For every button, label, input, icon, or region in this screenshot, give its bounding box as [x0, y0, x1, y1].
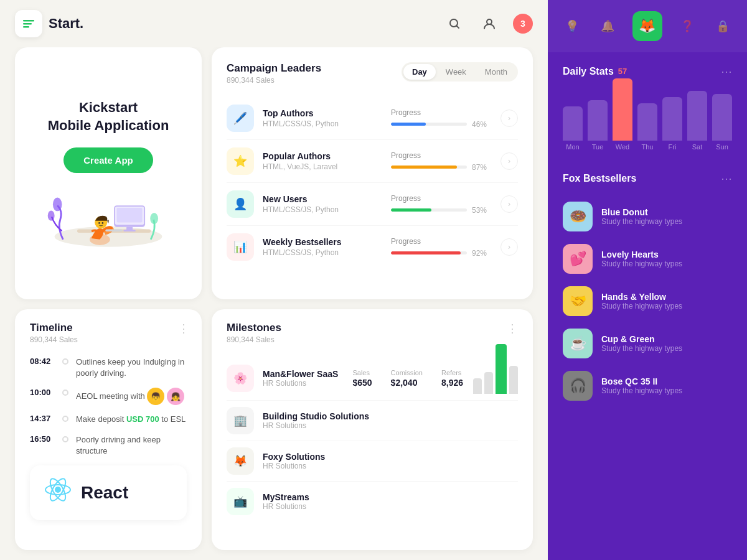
daily-stats-chart: Mon Tue 57 Wed Thu Fri — [563, 88, 732, 151]
bestseller-hands-yellow[interactable]: 🤝 Hands & Yellow Study the highway types — [563, 280, 732, 322]
foxy-avatar: 🦊 — [227, 447, 254, 475]
popular-authors-chevron[interactable]: › — [500, 152, 518, 170]
svg-rect-15 — [124, 230, 136, 231]
campaign-row-new-users: 👤 New Users HTML/CSS/JS, Python Progress… — [227, 183, 518, 226]
daily-stats-more[interactable]: ⋯ — [721, 65, 732, 78]
bestseller-cup-green[interactable]: ☕ Cup & Green Study the highway types — [563, 322, 732, 365]
top-authors-progress: Progress 46% — [391, 108, 491, 129]
bestseller-bose[interactable]: 🎧 Bose QC 35 II Study the highway types — [563, 365, 732, 407]
milestones-header: Milestones 890,344 Sales ⋮ — [227, 322, 518, 344]
campaign-row-popular-authors: ⭐ Popular Authors HTML, VueJS, Laravel P… — [227, 140, 518, 183]
tab-month[interactable]: Month — [476, 64, 516, 80]
chart-bar-sun: Sun — [712, 91, 732, 151]
logo-icon — [15, 10, 42, 37]
new-users-chevron[interactable]: › — [500, 195, 518, 213]
lovely-hearts-info: Lovely Hearts Study the highway types — [601, 250, 732, 268]
milestones-card: Milestones 890,344 Sales ⋮ 🌸 Man&Flower … — [212, 309, 533, 550]
daily-stats-peak: 57 — [618, 67, 627, 76]
bose-img: 🎧 — [563, 371, 593, 401]
main-area: Start. 3 Kickstart Mob — [0, 0, 548, 560]
popular-authors-info: Popular Authors HTML, VueJS, Laravel — [263, 151, 391, 171]
milestones-more[interactable]: ⋮ — [507, 322, 518, 335]
react-icon — [42, 474, 73, 511]
manflower-stats: Sales $650 Comission $2,040 Refers 8,926 — [352, 369, 463, 388]
chart-bar-sat: Sat — [687, 88, 707, 151]
svg-rect-13 — [117, 208, 143, 223]
create-app-button[interactable]: Create App — [63, 147, 153, 173]
top-authors-chevron[interactable]: › — [500, 110, 518, 127]
chart-bar-fri: Fri — [662, 95, 682, 151]
bose-info: Bose QC 35 II Study the highway types — [601, 376, 732, 395]
timeline-header: Timeline 890,344 Sales — [30, 322, 187, 344]
weekly-bestsellers-progress: Progress 92% — [391, 237, 491, 258]
timeline-card: Timeline 890,344 Sales ⋮ 08:42 Outlines … — [15, 309, 202, 550]
react-label: React — [81, 483, 128, 503]
timeline-item-4: 16:50 Poorly driving and keep structure — [30, 434, 187, 457]
new-users-progress: Progress 53% — [391, 194, 491, 215]
milestone-row-mystreams: 📺 MyStreams HR Solutions — [227, 482, 518, 521]
logo: Start. — [15, 10, 83, 37]
building-info: Building Studio Solutions HR Solutions — [263, 411, 518, 430]
milestones-subtitle: 890,344 Sales — [227, 335, 507, 344]
manflower-avatar: 🌸 — [227, 365, 254, 392]
cup-green-img: ☕ — [563, 329, 593, 358]
blue-donut-info: Blue Donut Study the highway types — [601, 207, 732, 226]
milestone-row-manflower: 🌸 Man&Flower SaaS HR Solutions Sales $65… — [227, 357, 518, 401]
campaign-row-weekly: 📊 Weekly Bestsellers HTML/CSS/JS, Python… — [227, 226, 518, 268]
svg-line-4 — [457, 26, 459, 29]
sidebar-topbar: 💡 🔔 🦊 ❓ 🔒 — [548, 0, 747, 52]
sidebar-icon-lightbulb[interactable]: 💡 — [561, 15, 583, 37]
kickstart-title: Kickstart Mobile Application — [48, 99, 169, 134]
chart-bar-tue: Tue — [588, 98, 608, 151]
building-avatar: 🏢 — [227, 407, 254, 434]
sidebar-icon-lock[interactable]: 🔒 — [712, 15, 734, 37]
weekly-bestsellers-chevron[interactable]: › — [500, 238, 518, 256]
svg-point-5 — [487, 19, 492, 24]
popular-authors-avatar: ⭐ — [227, 147, 254, 175]
sidebar-icon-fox-active[interactable]: 🦊 — [632, 11, 662, 41]
new-users-info: New Users HTML/CSS/JS, Python — [263, 194, 391, 214]
lovely-hearts-img: 💕 — [563, 244, 593, 274]
milestone-row-building: 🏢 Building Studio Solutions HR Solutions — [227, 401, 518, 441]
timeline-item-3: 14:37 Make deposit USD 700 to ESL — [30, 414, 187, 425]
campaign-row-top-authors: 🖊️ Top Authors HTML/CSS/JS, Python Progr… — [227, 97, 518, 140]
notification-badge[interactable]: 3 — [513, 14, 533, 34]
mystreams-avatar: 📺 — [227, 488, 254, 515]
mystreams-info: MyStreams HR Solutions — [263, 492, 518, 511]
manflower-chart — [473, 363, 518, 394]
search-icon[interactable] — [443, 12, 466, 35]
header: Start. 3 — [0, 0, 548, 47]
content-grid: Kickstart Mobile Application Create App — [0, 47, 548, 560]
sidebar-icon-notification[interactable]: 🔔 — [596, 15, 619, 37]
campaign-tabs: Day Week Month — [402, 62, 518, 82]
chart-bar-thu: Thu — [637, 101, 657, 151]
daily-stats-header: Daily Stats ⋯ — [563, 65, 732, 78]
svg-rect-0 — [23, 20, 34, 22]
tab-day[interactable]: Day — [403, 64, 436, 80]
svg-point-21 — [55, 487, 61, 493]
avatar-2: 👧 — [167, 388, 184, 405]
tab-week[interactable]: Week — [437, 64, 475, 80]
svg-point-8 — [48, 210, 55, 220]
weekly-bestsellers-info: Weekly Bestsellers HTML/CSS/JS, Python — [263, 237, 391, 257]
bestseller-blue-donut[interactable]: 🍩 Blue Donut Study the highway types — [563, 195, 732, 238]
bestseller-lovely-hearts[interactable]: 💕 Lovely Hearts Study the highway types — [563, 238, 732, 280]
header-actions: 3 — [443, 12, 533, 35]
weekly-bestsellers-avatar: 📊 — [227, 233, 254, 261]
popular-authors-progress: Progress 87% — [391, 151, 491, 172]
cup-green-info: Cup & Green Study the highway types — [601, 334, 732, 353]
timeline-title: Timeline — [30, 322, 187, 334]
chart-bar-mon: Mon — [563, 104, 583, 151]
kickstart-illustration — [46, 185, 171, 254]
daily-stats-section: Daily Stats ⋯ Mon Tue 57 Wed Th — [548, 52, 747, 162]
user-icon[interactable] — [478, 12, 500, 35]
fox-bestsellers-title: Fox Bestsellers — [563, 173, 721, 184]
top-authors-avatar: 🖊️ — [227, 105, 254, 132]
react-badge: React — [30, 465, 187, 520]
timeline-more[interactable]: ⋮ — [178, 322, 189, 335]
milestone-row-foxy: 🦊 Foxy Solutions HR Solutions — [227, 441, 518, 482]
fox-bestsellers-section: Fox Bestsellers ⋯ 🍩 Blue Donut Study the… — [548, 162, 747, 560]
fox-bestsellers-more[interactable]: ⋯ — [721, 172, 732, 185]
campaign-card: Campaign Leaders 890,344 Sales Day Week … — [212, 47, 533, 299]
sidebar-icon-help[interactable]: ❓ — [676, 15, 698, 37]
